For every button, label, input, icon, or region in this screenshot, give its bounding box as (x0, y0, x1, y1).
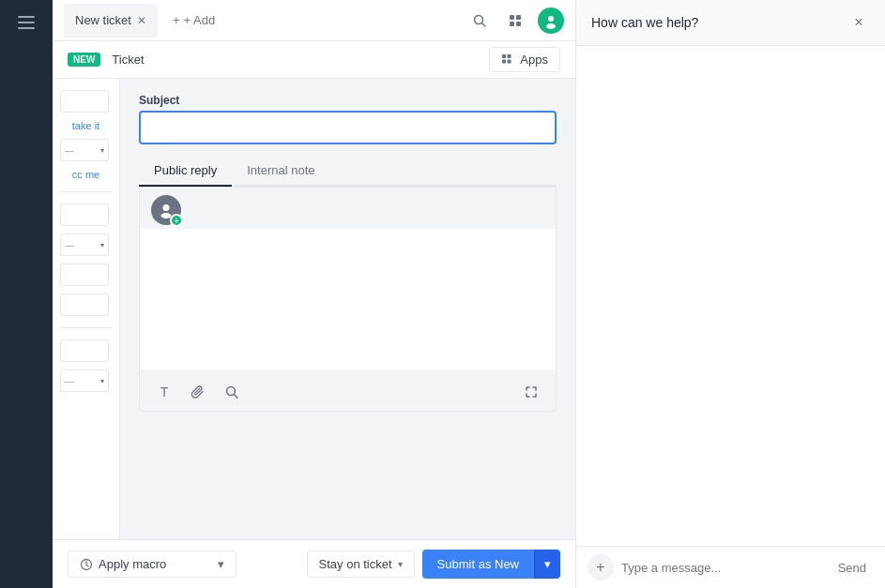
custom-dropdown-1[interactable]: — ▾ (60, 369, 109, 392)
submit-dropdown-arrow-icon: ▾ (544, 557, 551, 571)
reply-author-row: + (140, 188, 556, 229)
dropdown-arrow-icon: ▾ (100, 146, 104, 155)
reply-toolbar: T (140, 372, 556, 411)
author-avatar: + (151, 195, 181, 225)
help-send-button[interactable]: Send (831, 557, 874, 579)
group-input[interactable] (60, 294, 109, 316)
tab-label: New ticket (75, 13, 131, 27)
ticket-main-area: Subject Public reply Internal note (120, 79, 575, 539)
tab-internal-note[interactable]: Internal note (232, 156, 329, 187)
user-avatar[interactable] (538, 8, 564, 34)
top-bar: New ticket ✕ + + Add (53, 0, 575, 41)
priority-dropdown[interactable]: — ▾ (60, 234, 109, 256)
add-label: + Add (184, 13, 216, 27)
type-input[interactable] (60, 204, 109, 226)
help-panel-body (576, 46, 885, 546)
svg-rect-12 (502, 54, 506, 58)
search-kb-icon[interactable] (219, 379, 245, 405)
apps-button[interactable]: Apps (489, 47, 560, 72)
help-panel-title: How can we help? (591, 15, 698, 30)
help-attach-icon[interactable]: + (587, 554, 614, 580)
tags-input[interactable] (60, 264, 109, 286)
dropdown-arrow-2-icon: ▾ (100, 241, 104, 249)
bottom-bar: Apply macro ▾ Stay on ticket ▾ Submit as… (53, 539, 575, 588)
add-tab-button[interactable]: + + Add (165, 9, 222, 31)
svg-rect-1 (18, 22, 35, 23)
take-it-link[interactable]: take it (60, 120, 112, 131)
subject-input[interactable] (139, 111, 557, 144)
add-icon: + (173, 13, 180, 27)
help-panel-header: How can we help? × (576, 0, 885, 46)
close-tab-icon[interactable]: ✕ (137, 14, 146, 27)
subject-group: Subject (139, 94, 557, 144)
sub-bar: NEW Ticket Apps (53, 41, 575, 79)
apps-label: Apps (520, 53, 548, 67)
page-layout: take it — ▾ cc me — ▾ — ▾ (53, 79, 575, 539)
apply-macro-dropdown[interactable]: Apply macro ▾ (68, 550, 237, 578)
custom-field-1[interactable] (60, 339, 109, 362)
text-format-icon[interactable]: T (151, 379, 177, 405)
svg-rect-14 (502, 59, 506, 63)
expand-icon[interactable] (518, 379, 544, 405)
left-panel: take it — ▾ cc me — ▾ — ▾ (53, 79, 120, 539)
help-message-input[interactable] (621, 561, 823, 575)
status-badge: NEW (68, 53, 100, 67)
requester-input[interactable] (60, 90, 109, 113)
ticket-type-label: Ticket (112, 53, 144, 67)
top-bar-icons (466, 8, 564, 34)
panel-divider (60, 191, 112, 192)
search-icon[interactable] (466, 8, 493, 34)
svg-point-11 (546, 23, 556, 29)
reply-textarea[interactable] (140, 229, 556, 369)
help-panel-close-button[interactable]: × (847, 11, 870, 34)
macro-arrow-icon: ▾ (218, 557, 224, 571)
reply-tabs: Public reply Internal note (139, 156, 557, 187)
assignee-dropdown[interactable]: — ▾ (60, 139, 109, 161)
svg-line-4 (482, 23, 486, 26)
help-message-input-area: + Send (576, 546, 885, 588)
sidebar-menu-icon[interactable] (11, 8, 41, 38)
svg-rect-5 (510, 15, 514, 20)
add-author-icon[interactable]: + (170, 214, 183, 227)
reply-area-wrapper: + T (139, 187, 557, 412)
reply-section: Public reply Internal note (139, 156, 557, 412)
main-content: New ticket ✕ + + Add (53, 0, 575, 588)
app-sidebar (0, 0, 53, 588)
svg-rect-7 (510, 22, 514, 26)
help-panel: How can we help? × + Send (575, 0, 885, 588)
subject-label: Subject (139, 94, 557, 107)
dropdown-arrow-3-icon: ▾ (100, 377, 104, 385)
grid-icon[interactable] (502, 8, 528, 34)
svg-rect-8 (516, 22, 521, 26)
submit-button-group: Submit as New ▾ (422, 550, 560, 579)
svg-rect-13 (508, 54, 511, 58)
svg-rect-2 (18, 27, 35, 29)
new-ticket-tab[interactable]: New ticket ✕ (64, 4, 158, 38)
apply-macro-label: Apply macro (99, 557, 166, 571)
submit-dropdown-button[interactable]: ▾ (534, 550, 560, 579)
panel-divider-2 (60, 327, 112, 328)
submit-as-new-button[interactable]: Submit as New (422, 550, 534, 579)
tab-public-reply[interactable]: Public reply (139, 156, 232, 187)
svg-rect-15 (508, 59, 511, 63)
stay-on-ticket-dropdown[interactable]: Stay on ticket ▾ (307, 550, 415, 578)
attach-icon[interactable] (185, 379, 211, 405)
svg-point-10 (548, 16, 554, 22)
stay-arrow-icon: ▾ (398, 559, 403, 569)
svg-rect-0 (18, 16, 35, 18)
svg-line-20 (235, 395, 238, 399)
cc-me-link[interactable]: cc me (60, 169, 112, 180)
svg-point-17 (163, 204, 170, 211)
svg-rect-6 (516, 15, 521, 20)
stay-on-ticket-label: Stay on ticket (319, 557, 392, 571)
